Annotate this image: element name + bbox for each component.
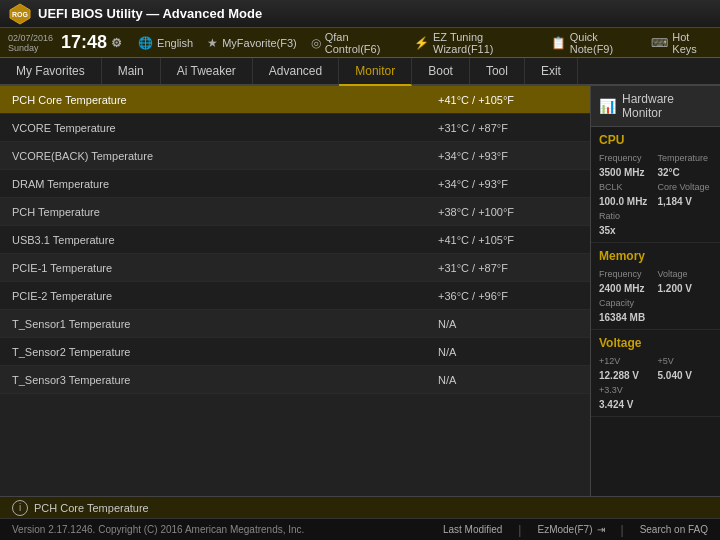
main-content: PCH Core Temperature +41°C / +105°F VCOR… — [0, 86, 720, 496]
quicknote-item[interactable]: 📋 Quick Note(F9) — [551, 31, 638, 55]
temp-label-5: USB3.1 Temperature — [12, 234, 438, 246]
footer: Version 2.17.1246. Copyright (C) 2016 Am… — [0, 518, 720, 540]
temp-row-3[interactable]: DRAM Temperature +34°C / +93°F — [0, 170, 590, 198]
v5-value: 5.040 V — [658, 370, 713, 381]
globe-icon: 🌐 — [138, 36, 153, 50]
voltage-title: Voltage — [599, 336, 712, 350]
qfan-item[interactable]: ◎ Qfan Control(F6) — [311, 31, 400, 55]
temp-label-10: T_Sensor3 Temperature — [12, 374, 438, 386]
bios-title: UEFI BIOS Utility — Advanced Mode — [38, 6, 262, 21]
temp-table: PCH Core Temperature +41°C / +105°F VCOR… — [0, 86, 590, 496]
temp-row-6[interactable]: PCIE-1 Temperature +31°C / +87°F — [0, 254, 590, 282]
asus-logo-icon: ROG — [8, 2, 32, 26]
cpu-freq-label: Frequency — [599, 153, 654, 163]
cpu-freq-value: 3500 MHz — [599, 167, 654, 178]
temp-row-10[interactable]: T_Sensor3 Temperature N/A — [0, 366, 590, 394]
star-icon: ★ — [207, 36, 218, 50]
cpu-grid: Frequency Temperature 3500 MHz 32°C BCLK… — [599, 153, 712, 236]
time-display: 17:48 ⚙ — [61, 32, 122, 53]
tuning-icon: ⚡ — [414, 36, 429, 50]
language-item[interactable]: 🌐 English — [138, 36, 193, 50]
temp-label-3: DRAM Temperature — [12, 178, 438, 190]
footer-actions: Last Modified | EzMode(F7) ⇥ | Search on… — [443, 523, 708, 537]
bottom-info-text: PCH Core Temperature — [34, 502, 149, 514]
v12-value: 12.288 V — [599, 370, 654, 381]
keyboard-icon: ⌨ — [651, 36, 668, 50]
svg-text:ROG: ROG — [12, 11, 29, 18]
v5-label: +5V — [658, 356, 713, 366]
temp-row-4[interactable]: PCH Temperature +38°C / +100°F — [0, 198, 590, 226]
mem-freq-value: 2400 MHz — [599, 283, 654, 294]
nav-ai-tweaker[interactable]: Ai Tweaker — [161, 58, 253, 84]
cpu-section: CPU Frequency Temperature 3500 MHz 32°C … — [591, 127, 720, 243]
temp-value-8: N/A — [438, 318, 578, 330]
temp-value-0: +41°C / +105°F — [438, 94, 578, 106]
temp-value-7: +36°C / +96°F — [438, 290, 578, 302]
temp-label-6: PCIE-1 Temperature — [12, 262, 438, 274]
temp-label-8: T_Sensor1 Temperature — [12, 318, 438, 330]
info-items: 🌐 English ★ MyFavorite(F3) ◎ Qfan Contro… — [138, 31, 712, 55]
temp-value-5: +41°C / +105°F — [438, 234, 578, 246]
temp-row-5[interactable]: USB3.1 Temperature +41°C / +105°F — [0, 226, 590, 254]
memory-section: Memory Frequency Voltage 2400 MHz 1.200 … — [591, 243, 720, 330]
temp-value-4: +38°C / +100°F — [438, 206, 578, 218]
temp-row-0[interactable]: PCH Core Temperature +41°C / +105°F — [0, 86, 590, 114]
voltage-grid: +12V +5V 12.288 V 5.040 V +3.3V 3.424 V — [599, 356, 712, 410]
bottom-info-bar: i PCH Core Temperature — [0, 496, 720, 518]
voltage-section: Voltage +12V +5V 12.288 V 5.040 V +3.3V … — [591, 330, 720, 417]
nav-exit[interactable]: Exit — [525, 58, 578, 84]
fan-icon: ◎ — [311, 36, 321, 50]
temp-row-1[interactable]: VCORE Temperature +31°C / +87°F — [0, 114, 590, 142]
temp-value-9: N/A — [438, 346, 578, 358]
cpu-title: CPU — [599, 133, 712, 147]
title-bar: ROG UEFI BIOS Utility — Advanced Mode — [0, 0, 720, 28]
v12-label: +12V — [599, 356, 654, 366]
memory-grid: Frequency Voltage 2400 MHz 1.200 V Capac… — [599, 269, 712, 323]
hw-monitor-panel: 📊 Hardware Monitor CPU Frequency Tempera… — [590, 86, 720, 496]
mem-volt-value: 1.200 V — [658, 283, 713, 294]
ez-mode-btn[interactable]: EzMode(F7) ⇥ — [537, 523, 604, 537]
last-modified-btn[interactable]: Last Modified — [443, 523, 502, 537]
temp-row-8[interactable]: T_Sensor1 Temperature N/A — [0, 310, 590, 338]
monitor-icon: 📊 — [599, 98, 616, 114]
temp-label-0: PCH Core Temperature — [12, 94, 438, 106]
memory-title: Memory — [599, 249, 712, 263]
temp-row-9[interactable]: T_Sensor2 Temperature N/A — [0, 338, 590, 366]
mem-volt-label: Voltage — [658, 269, 713, 279]
nav-tool[interactable]: Tool — [470, 58, 525, 84]
nav-boot[interactable]: Boot — [412, 58, 470, 84]
nav-main[interactable]: Main — [102, 58, 161, 84]
nav-bar: My Favorites Main Ai Tweaker Advanced Mo… — [0, 58, 720, 86]
note-icon: 📋 — [551, 36, 566, 50]
temp-value-1: +31°C / +87°F — [438, 122, 578, 134]
cpu-temp-label: Temperature — [658, 153, 713, 163]
mem-freq-label: Frequency — [599, 269, 654, 279]
temp-label-2: VCORE(BACK) Temperature — [12, 150, 438, 162]
eztuning-item[interactable]: ⚡ EZ Tuning Wizard(F11) — [414, 31, 537, 55]
mem-cap-value: 16384 MB — [599, 312, 654, 323]
cpu-bclk-value: 100.0 MHz — [599, 196, 654, 207]
temp-value-3: +34°C / +93°F — [438, 178, 578, 190]
cpu-ratio-label: Ratio — [599, 211, 654, 221]
cpu-ratio-value: 35x — [599, 225, 654, 236]
cpu-corevolt-label: Core Voltage — [658, 182, 713, 192]
temp-row-7[interactable]: PCIE-2 Temperature +36°C / +96°F — [0, 282, 590, 310]
datetime: 02/07/2016 Sunday — [8, 33, 53, 53]
nav-monitor[interactable]: Monitor — [339, 58, 412, 86]
logo: ROG — [8, 2, 32, 26]
search-faq-btn[interactable]: Search on FAQ — [640, 523, 708, 537]
cpu-corevolt-value: 1,184 V — [658, 196, 713, 207]
nav-advanced[interactable]: Advanced — [253, 58, 339, 84]
temp-value-6: +31°C / +87°F — [438, 262, 578, 274]
v33-label: +3.3V — [599, 385, 654, 395]
myfavorite-item[interactable]: ★ MyFavorite(F3) — [207, 36, 297, 50]
temp-label-1: VCORE Temperature — [12, 122, 438, 134]
temp-label-9: T_Sensor2 Temperature — [12, 346, 438, 358]
cpu-bclk-label: BCLK — [599, 182, 654, 192]
hotkeys-item[interactable]: ⌨ Hot Keys — [651, 31, 712, 55]
nav-my-favorites[interactable]: My Favorites — [0, 58, 102, 84]
temp-label-4: PCH Temperature — [12, 206, 438, 218]
v33-value: 3.424 V — [599, 399, 654, 410]
settings-gear-icon[interactable]: ⚙ — [111, 36, 122, 50]
temp-row-2[interactable]: VCORE(BACK) Temperature +34°C / +93°F — [0, 142, 590, 170]
